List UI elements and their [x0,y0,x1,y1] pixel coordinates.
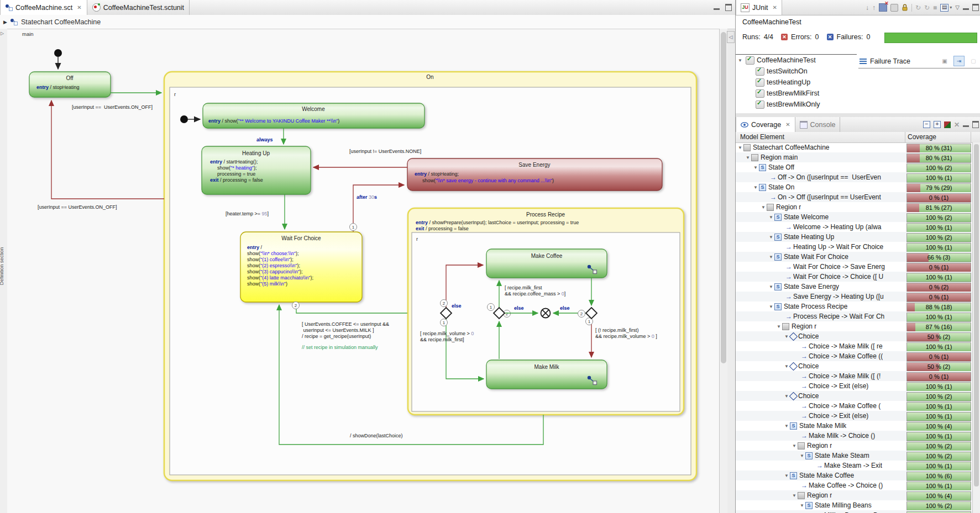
state-heating-up[interactable]: Heating Up entry / startHeating(); show(… [202,146,311,194]
coverage-row[interactable]: ▼SState Off100 % (2) [736,162,973,172]
twistie-icon[interactable]: ▼ [769,304,774,309]
coverage-row[interactable]: ▼Region r100 % (2) [736,441,973,451]
coverage-row[interactable]: ▼SState Wait For Choice66 % (3) [736,252,973,262]
show-failures-only-icon[interactable]: ✕ [879,3,887,12]
coverage-row[interactable]: ▼SState Make Coffee100 % (6) [736,470,973,480]
coverage-row[interactable]: →Milling Beans -> Bre100 % (1) [736,510,973,513]
expand-all-icon[interactable]: + [934,121,941,128]
coverage-row[interactable]: ▼Choice50 % (2) [736,331,973,341]
twistie-icon[interactable]: ▼ [777,324,782,329]
twistie-icon[interactable]: ▼ [738,58,743,63]
close-view-icon[interactable]: ✕ [785,121,790,128]
coverage-row[interactable]: →Choice -> Exit (else)100 % (1) [736,381,973,391]
coverage-row[interactable]: ▼SState Heating Up100 % (2) [736,232,973,242]
coverage-row[interactable]: ▼SState Process Recipe88 % (18) [736,302,973,311]
twistie-icon[interactable]: ▼ [753,165,759,170]
minimize-view-icon[interactable] [963,125,969,127]
rerun-test-icon[interactable]: ↻ [915,4,921,12]
test-row[interactable]: testBrewMilkOnly [736,99,857,110]
show-skipped-icon[interactable] [890,4,898,12]
stacktrace-filter-icon[interactable]: ▣ [939,56,950,66]
coverage-row[interactable]: ▼SState Make Steam100 % (2) [736,451,973,461]
coverage-row[interactable]: →Make Milk -> Choice ()100 % (1) [736,431,973,441]
coverage-row[interactable]: →Make Coffee -> Choice ()100 % (1) [736,480,973,490]
tab-junit[interactable]: JU JUnit ✕ [736,0,782,15]
coverage-row[interactable]: ▼Region r87 % (16) [736,321,973,331]
state-welcome[interactable]: Welcome entry / show("** Welcome to YAKI… [203,103,425,128]
coverage-row[interactable]: →Wait For Choice -> Choice ([ U100 % (1) [736,272,973,282]
collapse-all-icon[interactable]: − [923,121,930,128]
maximize-view-icon[interactable] [972,121,979,128]
transition-on-off[interactable]: [userInput == UserEvents.ON_OFF] [38,101,164,210]
coverage-row[interactable]: ▼SState Milling Beans100 % (2) [736,500,973,510]
twistie-icon[interactable]: ▼ [769,284,774,289]
rerun-failed-first-icon[interactable]: ↻ [924,4,930,12]
test-row[interactable]: testSwitchOn [736,66,857,77]
coverage-row[interactable]: →Save Energy -> Heating Up ([u0 % (1) [736,292,973,302]
state-off[interactable]: Off entry / stopHeating [29,72,111,97]
twistie-icon[interactable]: ▼ [800,503,805,508]
maximize-view-icon[interactable] [972,4,979,11]
coverage-row[interactable]: →Choice -> Make Coffee ((0 % (1) [736,351,973,361]
twistie-icon[interactable]: ▼ [769,215,774,220]
coverage-scrollbar[interactable] [972,142,980,513]
coverage-row[interactable]: →Welcome -> Heating Up (alwa100 % (1) [736,222,973,232]
clear-coverage-icon[interactable]: ✕ [954,121,960,129]
coverage-row[interactable]: ▼Choice100 % (2) [736,391,973,401]
test-suite-row[interactable]: ▼CoffeeMachineTest [736,55,857,66]
coverage-row[interactable]: ▼Region main80 % (31) [736,152,973,162]
tab-coverage[interactable]: Coverage ✕ [736,117,795,132]
coverage-row[interactable]: ▼SState Welcome100 % (2) [736,212,973,222]
scrollbar-thumb[interactable] [974,144,979,486]
coverage-row[interactable]: ▼Region r100 % (4) [736,490,973,500]
coverage-row[interactable]: ▼SState Make Milk100 % (4) [736,421,973,431]
dropdown-arrow-icon[interactable]: ▾ [950,5,952,10]
stop-test-icon[interactable]: ■ [933,4,937,12]
twistie-icon[interactable]: ▼ [738,145,743,150]
twistie-icon[interactable]: ▼ [792,493,798,498]
coverage-row[interactable]: →On -> Off ([userInput == UserEvent0 % (… [736,192,973,202]
twistie-icon[interactable]: ▼ [746,155,751,160]
coverage-row[interactable]: ▼Statechart CoffeeMachine80 % (31) [736,142,973,152]
column-coverage[interactable]: Coverage [908,133,936,141]
twistie-icon[interactable]: ▼ [800,453,805,458]
coverage-row[interactable]: →Choice -> Make Milk ([ re100 % (1) [736,341,973,351]
open-failure-icon[interactable]: ▢ [968,56,979,66]
twistie-icon[interactable]: ▼ [784,473,790,478]
next-failure-icon[interactable]: ↓ [866,4,869,12]
twistie-icon[interactable]: ▼ [769,255,774,260]
state-make-coffee[interactable]: Make Coffee [486,249,607,278]
close-view-icon[interactable]: ✕ [772,4,777,10]
coverage-row[interactable]: →Choice -> Exit (else)100 % (1) [736,411,973,421]
coverage-row[interactable]: →Off -> On ([userInput == UserEven100 % … [736,172,973,182]
coverage-row[interactable]: ▼SState Save Energy0 % (2) [736,282,973,292]
test-row[interactable]: testHeatingUp [736,77,857,88]
coverage-row[interactable]: ▼Choice50 % (2) [736,361,973,371]
coverage-mode-icon[interactable] [944,121,951,128]
twistie-icon[interactable]: ▼ [784,424,790,429]
coverage-row[interactable]: →Make Steam -> Exit100 % (1) [736,461,973,470]
coverage-row[interactable]: ▼SState On79 % (29) [736,182,973,192]
coverage-row[interactable]: →Heating Up -> Wait For Choice100 % (1) [736,242,973,252]
twistie-icon[interactable]: ▼ [753,185,759,190]
twistie-icon[interactable]: ▼ [792,443,798,448]
coverage-row[interactable]: →Choice -> Make Coffee (100 % (1) [736,401,973,411]
twistie-icon[interactable]: ▼ [761,205,767,210]
previous-failure-icon[interactable]: ↑ [872,4,876,12]
state-wait-for-choice[interactable]: Wait For Choice entry / show("\\n* choos… [240,232,362,302]
initial-state[interactable] [54,49,62,69]
tab-console[interactable]: Console [795,117,841,132]
state-save-energy[interactable]: Save Energy entry / stopHeating; show("\… [407,158,662,191]
coverage-row[interactable]: →Choice -> Make Milk ([ (!0 % (1) [736,371,973,381]
coverage-row[interactable]: →Process Recipe -> Wait For Ch100 % (1) [736,311,973,321]
minimize-view-icon[interactable] [963,8,969,10]
scroll-lock-icon[interactable] [902,4,908,11]
compare-result-icon[interactable]: ⇥ [953,56,965,66]
column-model-element[interactable]: Model Element [740,133,784,141]
coverage-row[interactable]: ▼Region r81 % (27) [736,202,973,212]
test-run-history-icon[interactable]: ▤ [940,4,948,12]
coverage-row[interactable]: →Wait For Choice -> Save Energ0 % (1) [736,262,973,272]
view-menu-icon[interactable]: ▽ [955,4,960,10]
state-make-milk[interactable]: Make Milk [486,360,607,389]
test-row[interactable]: testBrewMilkFirst [736,88,857,99]
